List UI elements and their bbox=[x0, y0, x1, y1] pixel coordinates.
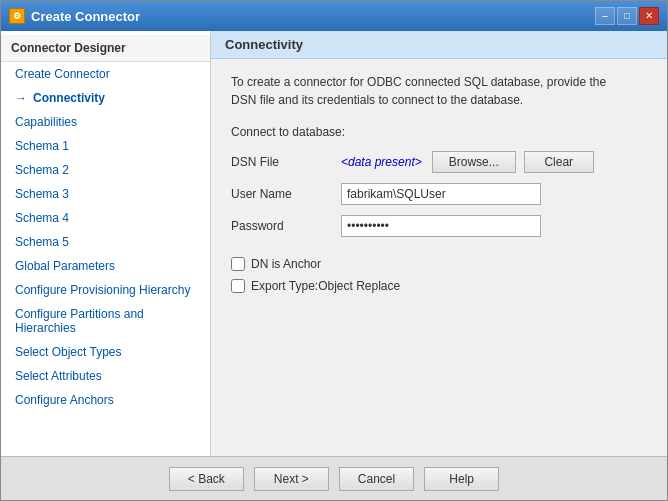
sidebar-item-create-connector[interactable]: Create Connector bbox=[1, 62, 210, 86]
dsn-file-row: DSN File <data present> Browse... Clear bbox=[231, 151, 647, 173]
next-button[interactable]: Next > bbox=[254, 467, 329, 491]
sidebar-item-connectivity[interactable]: Connectivity bbox=[1, 86, 210, 110]
title-bar-left: ⚙ Create Connector bbox=[9, 8, 140, 24]
window-title: Create Connector bbox=[31, 9, 140, 24]
back-button[interactable]: < Back bbox=[169, 467, 244, 491]
sidebar-item-select-attributes[interactable]: Select Attributes bbox=[1, 364, 210, 388]
sidebar-item-select-object-types[interactable]: Select Object Types bbox=[1, 340, 210, 364]
sidebar-item-schema5[interactable]: Schema 5 bbox=[1, 230, 210, 254]
clear-button[interactable]: Clear bbox=[524, 151, 594, 173]
sidebar-item-capabilities[interactable]: Capabilities bbox=[1, 110, 210, 134]
sidebar: Connector Designer Create Connector Conn… bbox=[1, 31, 211, 456]
panel-header: Connectivity bbox=[211, 31, 667, 59]
sidebar-item-configure-partitions-hierarchies[interactable]: Configure Partitions and Hierarchies bbox=[1, 302, 210, 340]
main-window: ⚙ Create Connector – □ ✕ Connector Desig… bbox=[0, 0, 668, 501]
export-type-row: Export Type:Object Replace bbox=[231, 279, 647, 293]
main-content: Connector Designer Create Connector Conn… bbox=[1, 31, 667, 456]
browse-button[interactable]: Browse... bbox=[432, 151, 516, 173]
dsn-value: <data present> bbox=[341, 155, 422, 169]
sidebar-item-global-parameters[interactable]: Global Parameters bbox=[1, 254, 210, 278]
close-button[interactable]: ✕ bbox=[639, 7, 659, 25]
username-input[interactable] bbox=[341, 183, 541, 205]
title-bar-controls: – □ ✕ bbox=[595, 7, 659, 25]
panel-body: To create a connector for ODBC connected… bbox=[211, 59, 667, 456]
sidebar-item-schema3[interactable]: Schema 3 bbox=[1, 182, 210, 206]
sidebar-item-schema4[interactable]: Schema 4 bbox=[1, 206, 210, 230]
dn-anchor-checkbox[interactable] bbox=[231, 257, 245, 271]
dsn-label: DSN File bbox=[231, 155, 341, 169]
username-label: User Name bbox=[231, 187, 341, 201]
password-input[interactable] bbox=[341, 215, 541, 237]
username-row: User Name bbox=[231, 183, 647, 205]
help-button[interactable]: Help bbox=[424, 467, 499, 491]
dsn-buttons: Browse... Clear bbox=[432, 151, 594, 173]
sidebar-header: Connector Designer bbox=[1, 35, 210, 62]
minimize-button[interactable]: – bbox=[595, 7, 615, 25]
sidebar-item-configure-provisioning-hierarchy[interactable]: Configure Provisioning Hierarchy bbox=[1, 278, 210, 302]
connect-label: Connect to database: bbox=[231, 125, 647, 139]
cancel-button[interactable]: Cancel bbox=[339, 467, 414, 491]
title-bar: ⚙ Create Connector – □ ✕ bbox=[1, 1, 667, 31]
export-type-checkbox[interactable] bbox=[231, 279, 245, 293]
dn-anchor-label: DN is Anchor bbox=[251, 257, 321, 271]
right-panel: Connectivity To create a connector for O… bbox=[211, 31, 667, 456]
dn-anchor-row: DN is Anchor bbox=[231, 257, 647, 271]
description-text: To create a connector for ODBC connected… bbox=[231, 73, 631, 109]
maximize-button[interactable]: □ bbox=[617, 7, 637, 25]
password-label: Password bbox=[231, 219, 341, 233]
footer: < Back Next > Cancel Help bbox=[1, 456, 667, 500]
sidebar-item-schema2[interactable]: Schema 2 bbox=[1, 158, 210, 182]
password-row: Password bbox=[231, 215, 647, 237]
export-type-label: Export Type:Object Replace bbox=[251, 279, 400, 293]
sidebar-item-configure-anchors[interactable]: Configure Anchors bbox=[1, 388, 210, 412]
app-icon: ⚙ bbox=[9, 8, 25, 24]
sidebar-item-schema1[interactable]: Schema 1 bbox=[1, 134, 210, 158]
